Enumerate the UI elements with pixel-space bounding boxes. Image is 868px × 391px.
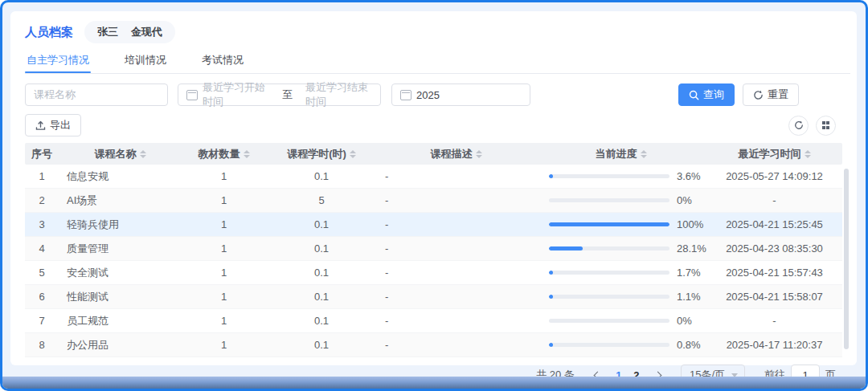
progress-label: 28.1% xyxy=(677,242,706,255)
sort-icon[interactable] xyxy=(641,150,647,158)
column-header-label: 序号 xyxy=(31,147,52,161)
cell-0: 7 xyxy=(25,309,59,332)
cell-0: 1 xyxy=(25,165,59,188)
cell-3: 0.1 xyxy=(266,261,377,284)
cell-4: - xyxy=(377,261,535,284)
sort-icon[interactable] xyxy=(140,150,146,158)
cell-1: 办公用品 xyxy=(59,333,182,356)
cell-3: 5 xyxy=(266,189,377,212)
column-header-5[interactable]: 当前进度 xyxy=(535,143,706,165)
calendar-icon xyxy=(186,90,198,100)
cell-4: - xyxy=(377,165,535,188)
cell-4: - xyxy=(377,237,535,260)
sort-icon[interactable] xyxy=(350,150,356,158)
column-header-label: 最近学习时间 xyxy=(739,147,801,161)
cell-6: - xyxy=(706,189,842,212)
column-header-label: 当前进度 xyxy=(596,147,637,161)
cell-1: 安全测试 xyxy=(59,261,182,284)
year-input[interactable]: 2025 xyxy=(391,83,530,106)
cell-0: 8 xyxy=(25,333,59,356)
grid-icon xyxy=(822,121,830,129)
person-tags: 张三 金现代 xyxy=(84,21,175,43)
progress-fill xyxy=(549,343,553,347)
cell-2: 1 xyxy=(182,165,266,188)
table-row[interactable]: 1信息安规10.1-3.6%2025-05-27 14:09:12 xyxy=(25,165,842,189)
cell-0: 6 xyxy=(25,285,59,308)
sort-icon[interactable] xyxy=(244,150,250,158)
progress-bar: 1.1% xyxy=(535,291,706,303)
table-row[interactable]: 6性能测试10.1-1.1%2025-04-21 15:58:07 xyxy=(25,285,842,309)
column-header-0: 序号 xyxy=(25,143,59,165)
column-header-4[interactable]: 课程描述 xyxy=(377,143,535,165)
course-table: 序号课程名称教材数量课程学时(时)课程描述当前进度最近学习时间 1信息安规10.… xyxy=(25,143,842,357)
table-scrollbar[interactable] xyxy=(844,169,849,349)
cell-3: 0.1 xyxy=(266,165,377,188)
person-tag-zhangsan[interactable]: 张三 xyxy=(97,25,118,39)
column-header-1[interactable]: 课程名称 xyxy=(59,143,182,165)
table-toolbar: 导出 xyxy=(25,114,850,136)
cell-2: 1 xyxy=(182,189,266,212)
date-range-separator: 至 xyxy=(282,88,293,102)
cell-4: - xyxy=(377,309,535,332)
person-tag-jinxiandai[interactable]: 金现代 xyxy=(131,25,162,39)
cell-1: 性能测试 xyxy=(59,285,182,308)
tab-2[interactable]: 考试情况 xyxy=(200,48,245,73)
calendar-icon xyxy=(400,90,411,100)
column-header-6[interactable]: 最近学习时间 xyxy=(706,143,842,165)
progress-track xyxy=(549,174,669,178)
cell-5: 0% xyxy=(535,309,706,332)
date-start-placeholder: 最近学习开始时间 xyxy=(203,80,269,109)
column-header-3[interactable]: 课程学时(时) xyxy=(266,143,377,165)
cell-4: - xyxy=(377,213,535,236)
table-row[interactable]: 2AI场景15-0%- xyxy=(25,189,842,213)
cell-5: 1.1% xyxy=(535,285,706,308)
table-row[interactable]: 4质量管理10.1-28.1%2025-04-23 08:35:30 xyxy=(25,237,842,261)
progress-label: 3.6% xyxy=(677,170,701,182)
cell-2: 1 xyxy=(182,285,266,308)
cell-0: 3 xyxy=(25,213,59,236)
table-row[interactable]: 7员工规范10.1-0%- xyxy=(25,309,842,333)
cell-5: 3.6% xyxy=(535,165,706,188)
tabs: 自主学习情况培训情况考试情况 xyxy=(25,48,850,74)
tab-1[interactable]: 培训情况 xyxy=(123,48,168,73)
cell-6: 2025-04-21 15:58:07 xyxy=(706,285,842,308)
cell-3: 0.1 xyxy=(266,213,377,236)
table-row[interactable]: 8办公用品10.1-0.8%2025-04-17 11:20:37 xyxy=(25,333,842,357)
cell-6: 2025-04-17 11:20:37 xyxy=(706,333,842,356)
cell-1: 信息安规 xyxy=(59,165,182,188)
progress-fill xyxy=(549,222,669,226)
progress-fill xyxy=(549,295,553,299)
sort-icon[interactable] xyxy=(476,150,482,158)
progress-label: 100% xyxy=(677,218,703,230)
progress-label: 0% xyxy=(677,194,692,206)
progress-track xyxy=(549,295,669,299)
search-button-label: 查询 xyxy=(703,88,724,102)
tab-0[interactable]: 自主学习情况 xyxy=(25,48,91,73)
sort-icon[interactable] xyxy=(805,150,811,158)
refresh-icon xyxy=(753,90,764,100)
course-name-input[interactable]: 课程名称 xyxy=(25,83,168,106)
page-header: 人员档案 张三 金现代 xyxy=(25,19,850,45)
column-header-2[interactable]: 教材数量 xyxy=(182,143,266,165)
cell-1: AI场景 xyxy=(59,189,182,212)
search-button[interactable]: 查询 xyxy=(678,83,735,106)
cell-5: 100% xyxy=(535,213,706,236)
cell-5: 28.1% xyxy=(535,237,706,260)
cell-4: - xyxy=(377,285,535,308)
table-row[interactable]: 5安全测试10.1-1.7%2025-04-21 15:57:43 xyxy=(25,261,842,285)
progress-track xyxy=(549,198,669,202)
reset-button[interactable]: 重置 xyxy=(743,83,799,106)
year-value: 2025 xyxy=(416,89,440,101)
content-card: 人员档案 张三 金现代 自主学习情况培训情况考试情况 课程名称 最近学习开始时间… xyxy=(10,11,857,365)
progress-track xyxy=(549,319,669,323)
refresh-table-button[interactable] xyxy=(788,116,809,136)
cell-0: 5 xyxy=(25,261,59,284)
cell-2: 1 xyxy=(182,237,266,260)
column-settings-button[interactable] xyxy=(816,116,836,136)
export-button[interactable]: 导出 xyxy=(25,114,81,136)
progress-track xyxy=(549,246,669,250)
date-range-input[interactable]: 最近学习开始时间 至 最近学习结束时间 xyxy=(178,83,381,106)
progress-bar: 0.8% xyxy=(535,339,706,351)
table-row[interactable]: 3轻骑兵使用10.1-100%2025-04-21 15:25:45 xyxy=(25,213,842,237)
cell-6: 2025-04-23 08:35:30 xyxy=(706,237,842,260)
